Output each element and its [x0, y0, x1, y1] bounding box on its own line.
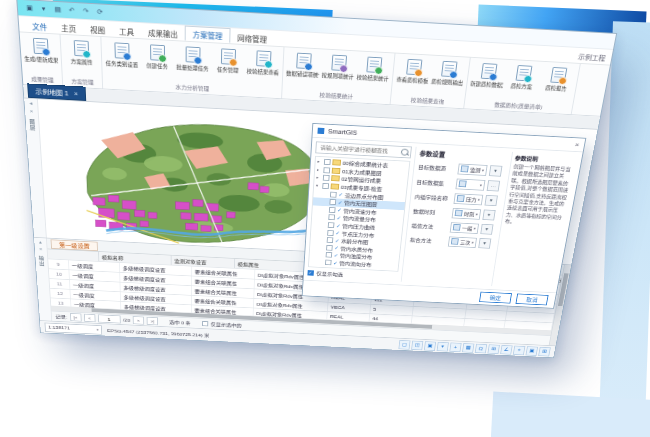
data-error-stats-button[interactable]: 数据错误项统计: [285, 49, 320, 89]
tree-item-checkbox[interactable]: [330, 191, 337, 197]
map-mode-icon[interactable]: ▣: [424, 341, 436, 351]
tab-close-icon[interactable]: ×: [74, 90, 78, 96]
pin-panel-icon[interactable]: ▴: [39, 240, 42, 245]
qc-scheme-button[interactable]: 质检方案: [503, 62, 542, 102]
menu-tab-view[interactable]: 视图: [83, 22, 112, 37]
identify-icon[interactable]: Ω: [475, 343, 487, 353]
measure-angle-icon[interactable]: ∠: [500, 345, 513, 355]
ok-button[interactable]: 确定: [479, 292, 512, 304]
layers-panel-tab[interactable]: 图层: [28, 119, 37, 132]
menu-tab-network[interactable]: 网络管理: [230, 30, 274, 46]
tree-item-checkbox[interactable]: [329, 207, 336, 213]
tree-item-checkbox[interactable]: [327, 237, 334, 243]
menu-tab-output[interactable]: 成果输出: [141, 25, 185, 41]
dialog-close-icon[interactable]: ×: [574, 141, 580, 149]
select-features-icon[interactable]: ▦: [462, 343, 474, 353]
single-view-icon[interactable]: ◻: [398, 340, 410, 350]
parameter-extra-button[interactable]: …: [487, 180, 501, 191]
tree-item-checkbox[interactable]: [325, 260, 332, 266]
parameter-combobox[interactable]: 监测成果-自动-采样点图层/1张 ▾: [457, 163, 487, 175]
split-view-icon[interactable]: ◫: [411, 340, 423, 350]
tree-item-checkbox[interactable]: [323, 175, 330, 181]
chevron-down-icon[interactable]: ▾: [482, 168, 485, 172]
save-icon[interactable]: ▤: [52, 4, 64, 15]
parameter-combobox[interactable]: ▾: [455, 178, 485, 190]
parameter-extra-button[interactable]: ▾: [485, 195, 498, 206]
dialog-title: SmartGIS: [328, 128, 358, 136]
tree-caret-icon[interactable]: ▸: [316, 176, 321, 180]
parameter-extra-button[interactable]: ▾: [480, 223, 493, 234]
tree-item-checkbox[interactable]: [323, 167, 330, 173]
first-record-button[interactable]: |<: [70, 313, 82, 321]
collapse-panel-icon[interactable]: ◂: [29, 101, 32, 106]
tree-caret-icon[interactable]: ▸: [317, 168, 322, 172]
document-icon: [185, 46, 200, 63]
tree-item-checkbox[interactable]: [326, 252, 333, 258]
menu-tab-scheme[interactable]: 方案管理: [185, 26, 231, 44]
task-category-settings-button[interactable]: 任务类别设置: [104, 39, 138, 80]
task-manager-button[interactable]: 任务管理: [211, 45, 245, 85]
tree-item-checkbox[interactable]: [329, 199, 336, 205]
tree-item-checkbox[interactable]: [327, 230, 334, 236]
only-selected-checkbox[interactable]: [202, 321, 208, 326]
rule-stats-button[interactable]: 按规则项统计: [320, 51, 356, 91]
chevron-down-icon[interactable]: ▾: [475, 212, 478, 216]
previous-record-button[interactable]: <: [84, 314, 96, 322]
cancel-button[interactable]: 取消: [515, 294, 548, 306]
generate-results-button[interactable]: 生成/更新成果: [23, 34, 59, 75]
parameter-extra-button[interactable]: ▾: [482, 209, 495, 220]
app-icon[interactable]: ▣: [24, 3, 36, 14]
next-record-button[interactable]: >: [133, 316, 144, 324]
view-options-icon[interactable]: ▾: [437, 342, 449, 352]
chevron-down-icon[interactable]: ▾: [477, 197, 480, 201]
tree-item-checkbox[interactable]: [326, 245, 333, 251]
basemap-icon[interactable]: ▣: [526, 346, 539, 356]
parameter-combobox[interactable]: 一般克里金 ▾: [450, 222, 479, 234]
refresh-icon[interactable]: ⟳: [94, 7, 105, 18]
check-result-stats-button[interactable]: 校验结果统计: [355, 53, 391, 93]
close-output-icon[interactable]: ×: [39, 247, 42, 252]
batch-process-tasks-button[interactable]: 批量处理任务: [176, 43, 210, 83]
redo-icon[interactable]: ↷: [80, 6, 92, 17]
close-panel-icon[interactable]: ×: [30, 108, 34, 113]
parameter-combobox[interactable]: 压力 ▾: [454, 193, 484, 205]
parameter-extra-button[interactable]: ▾: [489, 165, 503, 176]
tree-item-checkbox[interactable]: [322, 183, 329, 189]
ribbon-group: 方案属性 方案管理: [61, 35, 104, 89]
tree-item-checkbox[interactable]: [328, 215, 335, 221]
undo-icon[interactable]: ↶: [66, 5, 78, 16]
view-check-results-button[interactable]: 校验结果查看: [246, 47, 281, 87]
menu-tab-tools[interactable]: 工具: [112, 23, 141, 38]
show-checked-checkbox[interactable]: [307, 270, 314, 276]
ribbon-button-label: 质检报告: [545, 84, 567, 92]
parameter-extra-button[interactable]: ▾: [478, 238, 491, 249]
ribbon-button-label: 校验结果统计: [356, 74, 389, 83]
qc-rule-export-button[interactable]: 质检规则输出: [429, 58, 467, 98]
chevron-down-icon[interactable]: ▾: [473, 226, 476, 230]
output-panel-tab[interactable]: 输出: [37, 256, 46, 267]
tree-caret-icon[interactable]: ▸: [317, 160, 322, 164]
chevron-down-icon[interactable]: ▾: [471, 240, 474, 244]
create-task-button[interactable]: 创建任务: [140, 41, 174, 82]
menu-tab-home[interactable]: 主页: [54, 20, 84, 35]
view-qc-template-button[interactable]: 查看质检模板: [394, 56, 431, 96]
menu-tab-file[interactable]: 文件: [25, 18, 55, 33]
scheme-properties-button[interactable]: 方案属性: [64, 37, 99, 78]
chevron-down-icon[interactable]: ▾: [480, 183, 483, 187]
center-view-icon[interactable]: ⌖: [513, 345, 526, 355]
pan-icon[interactable]: +: [449, 342, 461, 352]
extent-icon[interactable]: ⊞: [538, 347, 551, 357]
scale-selector[interactable]: 1:138171 ▾: [44, 322, 102, 334]
page-number-input[interactable]: [98, 314, 121, 323]
tree-item-checkbox[interactable]: [328, 222, 335, 228]
parameter-combobox[interactable]: 三次 ▾: [448, 236, 477, 248]
tree-item-checkbox[interactable]: [324, 159, 331, 165]
qc-report-button[interactable]: 质检报告: [537, 64, 576, 104]
new-qc-dataset-button[interactable]: 新建质检数据集: [468, 60, 506, 100]
customize-toolbar-icon[interactable]: ▾: [38, 3, 50, 14]
tree-caret-icon[interactable]: ▾: [316, 184, 321, 188]
grid-icon[interactable]: ⊞: [487, 344, 500, 354]
tree-search-input[interactable]: [318, 144, 401, 155]
last-record-button[interactable]: >|: [147, 317, 158, 325]
parameter-combobox[interactable]: 时刻1 ▾: [452, 207, 482, 219]
